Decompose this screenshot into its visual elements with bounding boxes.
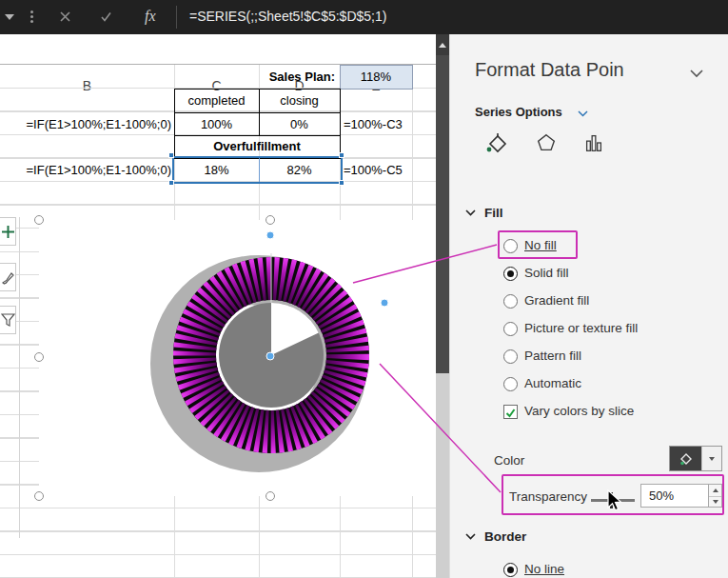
vary-colors-label: Vary colors by slice xyxy=(524,404,634,418)
worksheet[interactable]: B C D E Sales Plan: 118% completed closi… xyxy=(0,34,436,578)
scroll-up-icon xyxy=(439,43,446,48)
fill-color-dropdown[interactable] xyxy=(701,447,721,470)
chart-filters-button[interactable] xyxy=(0,306,16,334)
series-options-label[interactable]: Series Options xyxy=(475,105,562,119)
tab-fill-line[interactable] xyxy=(481,128,513,158)
cell-d5[interactable]: 82% xyxy=(259,158,340,182)
check-icon xyxy=(504,407,517,419)
option-pattern-fill[interactable]: Pattern fill xyxy=(450,347,728,368)
brush-icon xyxy=(1,270,15,285)
fill-section-header[interactable]: Fill xyxy=(463,204,711,223)
solid-fill-label: Solid fill xyxy=(524,266,569,280)
namebox-dropdown-icon[interactable] xyxy=(5,14,14,20)
option-no-fill[interactable]: No fill xyxy=(450,236,728,257)
enter-icon[interactable] xyxy=(100,10,112,23)
datapoint-handle[interactable] xyxy=(266,352,274,360)
chart-handle-top-mid[interactable] xyxy=(266,215,275,225)
fill-color-swatch[interactable] xyxy=(670,447,701,470)
option-automatic[interactable]: Automatic xyxy=(450,374,728,395)
color-label: Color xyxy=(494,453,524,468)
cell-b5[interactable]: =IF(E1>100%;E1-100%;0) xyxy=(0,158,171,182)
cell-b3[interactable]: =IF(E1>100%;E1-100%;0) xyxy=(0,112,171,136)
border-header-label: Border xyxy=(484,529,526,544)
bar-chart-icon xyxy=(582,131,605,154)
cell-overfulfillment[interactable]: Overfulfillment xyxy=(174,135,340,158)
pentagon-icon xyxy=(535,131,558,154)
collapse-chevron-icon xyxy=(465,533,476,540)
cancel-icon[interactable] xyxy=(59,10,71,23)
picture-fill-label: Picture or texture fill xyxy=(524,321,638,335)
funnel-icon xyxy=(1,313,15,328)
cell-e1[interactable]: 118% xyxy=(340,65,412,89)
formula-text[interactable]: =SERIES(;;Sheet5!$C$5:$D$5;1) xyxy=(189,9,386,24)
border-section-header[interactable]: Border xyxy=(463,528,711,547)
cell-c3[interactable]: 100% xyxy=(174,112,259,136)
option-gradient-fill[interactable]: Gradient fill xyxy=(450,291,728,312)
chart-tools-edge xyxy=(19,217,20,538)
option-vary-colors[interactable]: Vary colors by slice xyxy=(450,402,728,423)
radio-no-line[interactable] xyxy=(503,563,518,577)
scrollbar-up-button[interactable] xyxy=(436,34,449,55)
cell-d3[interactable]: 0% xyxy=(259,112,340,136)
cell-e3[interactable]: =100%-C3 xyxy=(344,112,434,136)
paint-bucket-icon xyxy=(485,131,508,154)
no-fill-highlight-box xyxy=(498,230,578,259)
doughnut-chart[interactable] xyxy=(39,220,436,496)
chart-handle-top-left[interactable] xyxy=(34,215,44,225)
plus-icon xyxy=(1,225,15,239)
datapoint-handle[interactable] xyxy=(266,231,274,239)
option-picture-fill[interactable]: Picture or texture fill xyxy=(450,319,728,340)
fill-color-button[interactable] xyxy=(669,446,722,471)
radio-solid-fill[interactable] xyxy=(503,267,518,281)
radio-automatic[interactable] xyxy=(503,377,518,391)
series-options-chevron-icon[interactable] xyxy=(578,110,588,117)
gradient-fill-label: Gradient fill xyxy=(524,293,589,308)
format-pane: Format Data Poin Series Options Fill No … xyxy=(449,34,728,578)
more-options-icon[interactable] xyxy=(30,10,33,13)
option-solid-fill[interactable]: Solid fill xyxy=(450,264,728,285)
cell-c5[interactable]: 18% xyxy=(174,158,259,182)
vary-colors-checkbox[interactable] xyxy=(503,405,518,419)
cell-e5[interactable]: =100%-C5 xyxy=(344,158,434,182)
fx-icon[interactable]: fx xyxy=(145,8,156,25)
scrollbar-thumb[interactable] xyxy=(436,55,449,373)
radio-pattern-fill[interactable] xyxy=(503,349,518,364)
datapoint-handle[interactable] xyxy=(381,299,388,307)
no-line-label: No line xyxy=(524,562,564,576)
option-no-line[interactable]: No line xyxy=(450,560,728,578)
radio-gradient-fill[interactable] xyxy=(503,294,518,309)
pane-title: Format Data Poin xyxy=(475,59,624,81)
transparency-highlight-box xyxy=(502,474,724,515)
automatic-label: Automatic xyxy=(524,376,581,390)
tab-effects[interactable] xyxy=(530,128,562,158)
sheet-scrollbar[interactable] xyxy=(436,34,449,578)
cell-sales-plan-label[interactable]: Sales Plan: xyxy=(174,65,335,89)
pane-title-chevron-icon[interactable] xyxy=(690,70,703,78)
collapse-chevron-icon xyxy=(465,209,476,216)
cell-d2[interactable]: closing xyxy=(259,89,340,112)
cell-c2[interactable]: completed xyxy=(174,89,259,112)
chart-handle-mid-left[interactable] xyxy=(34,352,44,362)
chart-handle-bottom-left[interactable] xyxy=(34,491,44,501)
chart-handle-bottom-mid[interactable] xyxy=(266,491,275,501)
tab-series-options[interactable] xyxy=(578,128,610,158)
formula-bar-divider xyxy=(176,6,177,29)
fill-header-label: Fill xyxy=(484,206,503,220)
pattern-fill-label: Pattern fill xyxy=(524,349,581,363)
formula-bar: fx =SERIES(;;Sheet5!$C$5:$D$5;1) xyxy=(0,0,728,34)
radio-picture-fill[interactable] xyxy=(503,322,518,336)
paint-bucket-small-icon xyxy=(679,451,694,467)
chart-styles-button[interactable] xyxy=(0,263,16,291)
chart-elements-button[interactable] xyxy=(0,217,16,246)
dropdown-arrow-icon xyxy=(709,457,715,461)
